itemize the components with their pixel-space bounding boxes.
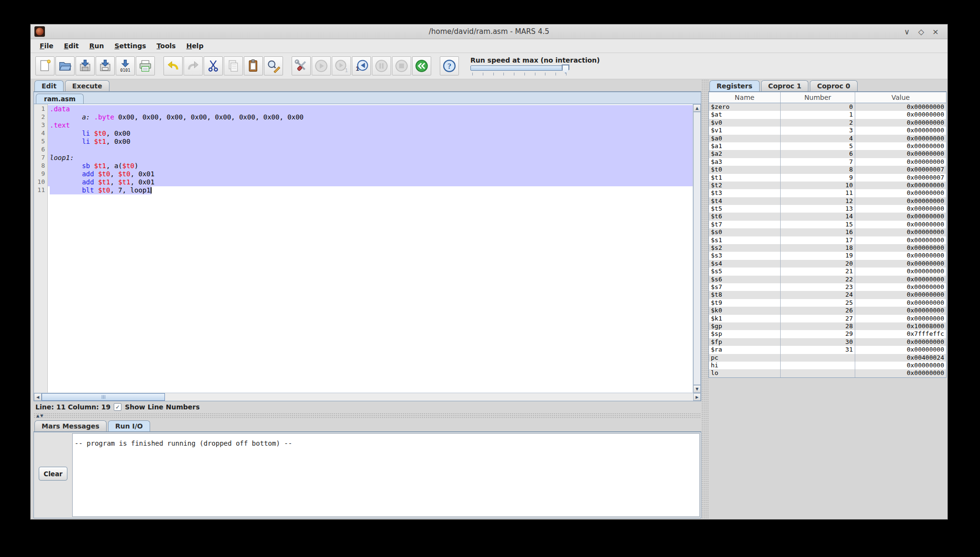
scroll-down-icon[interactable]: ▼ [693, 385, 701, 393]
stop-button[interactable] [392, 56, 411, 75]
register-val[interactable]: 0x00000000 [855, 127, 946, 134]
register-row-s5[interactable]: $s5210x00000000 [709, 268, 946, 275]
register-row-t9[interactable]: $t9250x00000000 [709, 299, 946, 307]
register-val[interactable]: 0x00000007 [855, 166, 946, 173]
register-row-t0[interactable]: $t080x00000007 [709, 166, 946, 173]
cut-button[interactable] [204, 56, 223, 75]
register-row-fp[interactable]: $fp300x00000000 [709, 338, 946, 346]
register-row-zero[interactable]: $zero00x00000000 [709, 103, 946, 111]
register-val[interactable]: 0x00000000 [855, 189, 946, 197]
register-row-ra[interactable]: $ra310x00000000 [709, 346, 946, 353]
register-val[interactable]: 0x00000000 [855, 307, 946, 314]
redo-button[interactable] [184, 56, 203, 75]
register-row-sp[interactable]: $sp290x7fffeffc [709, 330, 946, 338]
splitter-collapse-down-icon[interactable]: ▼ [40, 414, 43, 418]
run-speed-slider[interactable] [470, 65, 568, 71]
register-val[interactable]: 0x00000000 [855, 338, 946, 346]
splitter-collapse-up-icon[interactable]: ▲ [36, 414, 39, 418]
register-val[interactable]: 0x00000000 [855, 283, 946, 291]
register-row-a3[interactable]: $a370x00000000 [709, 158, 946, 166]
tab-mars-messages[interactable]: Mars Messages [34, 420, 107, 431]
tab-coproc-0[interactable]: Coproc 0 [810, 80, 857, 91]
horizontal-scroll-track[interactable] [165, 393, 693, 401]
save-as-button[interactable] [96, 56, 115, 75]
backstep-button[interactable]: 1 [352, 56, 371, 75]
register-row-at[interactable]: $at10x00000000 [709, 111, 946, 118]
run-io-output[interactable]: -- program is finished running (dropped … [72, 433, 700, 517]
register-row-v1[interactable]: $v130x00000000 [709, 127, 946, 134]
register-val[interactable]: 0x00000000 [855, 268, 946, 275]
register-row-t7[interactable]: $t7150x00000000 [709, 221, 946, 228]
register-row-t6[interactable]: $t6140x00000000 [709, 213, 946, 220]
open-file-button[interactable] [55, 56, 75, 75]
tab-coproc-1[interactable]: Coproc 1 [761, 80, 808, 91]
register-val[interactable]: 0x00000000 [855, 158, 946, 166]
horizontal-scrollbar[interactable]: ◀ ▶ [34, 393, 701, 401]
register-row-a2[interactable]: $a260x00000000 [709, 150, 946, 158]
register-row-s2[interactable]: $s2180x00000000 [709, 244, 946, 252]
copy-button[interactable] [224, 56, 243, 75]
vertical-scrollbar[interactable]: ▲ ▼ [693, 104, 701, 393]
register-row-a1[interactable]: $a150x00000000 [709, 142, 946, 150]
menu-tools[interactable]: Tools [152, 40, 181, 52]
reset-button[interactable] [412, 56, 431, 75]
register-val[interactable]: 0x00000000 [855, 346, 946, 353]
register-row-s1[interactable]: $s1170x00000000 [709, 236, 946, 244]
register-val[interactable]: 0x00000000 [855, 276, 946, 283]
vertical-scroll-thumb[interactable] [693, 112, 701, 385]
register-val[interactable]: 0x00000000 [855, 221, 946, 228]
register-val[interactable]: 0x00000000 [855, 150, 946, 158]
register-val[interactable]: 0x00000000 [855, 142, 946, 150]
register-row-lo[interactable]: lo0x00000000 [709, 369, 946, 377]
menu-file[interactable]: File [34, 40, 59, 52]
menu-settings[interactable]: Settings [109, 40, 151, 52]
register-row-t8[interactable]: $t8240x00000000 [709, 291, 946, 299]
tab-execute[interactable]: Execute [65, 80, 109, 91]
register-val[interactable]: 0x00000000 [855, 197, 946, 205]
register-val[interactable]: 0x00000000 [855, 111, 946, 118]
register-val[interactable]: 0x00000000 [855, 135, 946, 142]
file-tab-ram-asm[interactable]: ram.asm [36, 94, 84, 104]
register-val[interactable]: 0x00000000 [855, 252, 946, 259]
register-row-k1[interactable]: $k1270x00000000 [709, 315, 946, 322]
register-val[interactable]: 0x00000000 [855, 236, 946, 244]
menu-run[interactable]: Run [84, 40, 109, 52]
register-val[interactable]: 0x00000000 [855, 369, 946, 377]
help-button[interactable]: ? [440, 56, 459, 75]
register-row-t4[interactable]: $t4120x00000000 [709, 197, 946, 205]
menu-help[interactable]: Help [181, 40, 209, 52]
run-button[interactable] [312, 56, 331, 75]
register-row-gp[interactable]: $gp280x10008000 [709, 322, 946, 330]
new-file-button[interactable] [35, 56, 54, 75]
find-replace-button[interactable] [264, 56, 283, 75]
tab-run-i-o[interactable]: Run I/O [108, 420, 150, 431]
horizontal-scroll-thumb[interactable] [42, 393, 165, 401]
clear-button[interactable]: Clear [39, 467, 67, 481]
register-val[interactable]: 0x10008000 [855, 322, 946, 330]
register-val[interactable]: 0x00000000 [855, 228, 946, 236]
register-row-t5[interactable]: $t5130x00000000 [709, 205, 946, 213]
tab-registers[interactable]: Registers [709, 80, 760, 91]
register-row-v0[interactable]: $v020x00000000 [709, 119, 946, 127]
undo-button[interactable] [163, 56, 183, 75]
register-row-s3[interactable]: $s3190x00000000 [709, 252, 946, 259]
register-row-s0[interactable]: $s0160x00000000 [709, 228, 946, 236]
assemble-button[interactable] [292, 56, 311, 75]
paste-button[interactable] [244, 56, 263, 75]
register-val[interactable]: 0x00000000 [855, 213, 946, 220]
show-line-numbers-checkbox[interactable]: ✓ [114, 403, 121, 411]
register-row-k0[interactable]: $k0260x00000000 [709, 307, 946, 314]
register-row-hi[interactable]: hi0x00000000 [709, 362, 946, 369]
register-row-t2[interactable]: $t2100x00000000 [709, 182, 946, 189]
tab-edit[interactable]: Edit [34, 80, 64, 91]
print-button[interactable] [136, 56, 155, 75]
register-val[interactable]: 0x00000000 [855, 244, 946, 252]
register-val[interactable]: 0x00000000 [855, 299, 946, 307]
register-val[interactable]: 0x00000007 [855, 174, 946, 182]
register-val[interactable]: 0x00000000 [855, 260, 946, 268]
horizontal-splitter[interactable]: ▲ ▼ [33, 413, 701, 419]
scroll-left-icon[interactable]: ◀ [34, 393, 42, 401]
register-val[interactable]: 0x7fffeffc [855, 330, 946, 338]
code-editor[interactable]: .data a: .byte 0x00, 0x00, 0x00, 0x00, 0… [48, 104, 693, 393]
register-row-t3[interactable]: $t3110x00000000 [709, 189, 946, 197]
